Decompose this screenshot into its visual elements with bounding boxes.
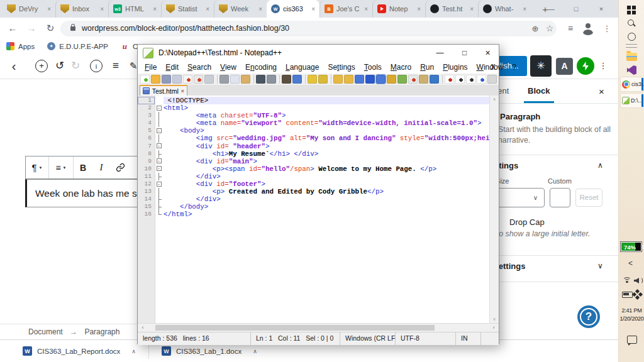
code-text[interactable]: <div id= "header"> [164, 143, 489, 150]
scroll-up-icon[interactable]: ∧ [490, 96, 499, 103]
browser-tab[interactable]: DeVry× [3, 0, 55, 18]
link-button[interactable] [110, 156, 130, 178]
print-icon[interactable] [204, 75, 214, 84]
zoom-page-icon[interactable]: ⊕ [529, 21, 541, 36]
open-file-icon[interactable] [151, 75, 160, 84]
fold-marker[interactable]: - [155, 165, 164, 173]
code-text[interactable]: <div id="main"> [164, 158, 489, 165]
tab-close-icon[interactable]: × [311, 6, 315, 13]
extension-icon[interactable]: ≡ [565, 23, 576, 34]
code-text[interactable]: <meta charset="UTF-8"> [164, 112, 489, 119]
macro-play-icon[interactable] [466, 75, 475, 84]
help-button[interactable]: ? [577, 305, 600, 328]
code-line[interactable]: 12- <div id="footer"> [138, 180, 489, 188]
cut-icon[interactable] [219, 75, 229, 84]
bookmark-item[interactable]: ✦E.D.U.P.E-APP [47, 42, 108, 50]
code-line[interactable]: 4 <meta name="viewport" content="width=d… [138, 119, 489, 127]
macro-run-icon[interactable] [477, 75, 486, 84]
dropbox-icon[interactable] [635, 289, 640, 293]
macro-record-icon[interactable] [445, 75, 454, 84]
browser-tab[interactable]: BJoe's C× [319, 0, 372, 18]
jetpack-button[interactable] [577, 57, 594, 75]
zoom-in-icon[interactable] [308, 75, 317, 84]
fold-marker[interactable]: - [155, 104, 164, 112]
copy-icon[interactable] [230, 75, 240, 84]
tab-close-icon[interactable]: × [181, 88, 184, 94]
sync-scroll-h-icon[interactable] [344, 75, 353, 84]
task-view-icon[interactable] [626, 44, 637, 48]
settings-gear-button[interactable]: ✳ [530, 55, 552, 77]
menu-macro[interactable]: Macro [386, 63, 416, 72]
file-explorer-icon[interactable] [626, 53, 637, 61]
indent-guide-icon[interactable] [355, 75, 364, 84]
browser-menu-icon[interactable]: ⋮ [602, 22, 611, 36]
search-icon[interactable] [628, 19, 636, 28]
fold-marker[interactable]: - [155, 180, 164, 188]
breadcrumb-current[interactable]: Paragraph [84, 327, 119, 336]
download-item[interactable]: WCIS363_Lab_Report.docx∧ [10, 346, 148, 356]
address-bar[interactable]: wordpress.com/block-editor/post/hatthete… [60, 21, 557, 36]
code-text[interactable]: </div> [164, 195, 489, 203]
code-text[interactable]: <html> [164, 104, 489, 112]
chevron-up-icon[interactable]: ∧ [597, 161, 603, 170]
volume-icon[interactable] [634, 277, 643, 284]
show-all-chars-icon[interactable] [365, 75, 375, 84]
chevron-up-icon[interactable]: ∧ [253, 348, 257, 354]
tray-expand-icon[interactable]: < [628, 259, 633, 268]
code-area[interactable]: 1 <!DOCTYPE>2-<html>3 <meta charset="UTF… [138, 97, 489, 219]
scroll-down-icon[interactable]: ∨ [490, 315, 499, 323]
code-text[interactable]: </div> [164, 173, 489, 180]
tab-close-icon[interactable]: × [417, 6, 421, 13]
fold-box-icon[interactable]: - [157, 166, 162, 171]
align-button[interactable]: ≡ ▼ [49, 156, 73, 178]
code-text[interactable]: <img src="wedding.jpg" alt="My son and I… [164, 134, 489, 142]
word-wrap-icon[interactable] [376, 75, 386, 84]
folder-as-workspace-icon[interactable] [419, 75, 428, 84]
code-line[interactable]: 9- <div id="main"> [138, 158, 489, 165]
code-text[interactable]: <h1>My Resume`</h1> </div> [164, 150, 489, 158]
taskbar-notepad-button[interactable]: D:\... [620, 93, 643, 108]
menu-search[interactable]: Search [183, 63, 216, 72]
code-text[interactable]: <body> [164, 127, 489, 134]
browser-tab[interactable]: Statist× [161, 0, 214, 18]
code-text[interactable]: </body> [164, 203, 489, 211]
undo-icon[interactable] [256, 75, 265, 84]
function-list-icon[interactable] [408, 75, 418, 84]
bold-button[interactable]: B [74, 156, 92, 178]
replace-icon[interactable] [292, 75, 302, 84]
menu-language[interactable]: Language [281, 63, 323, 72]
document-tab[interactable]: Test.html × [140, 85, 187, 96]
menu-tools[interactable]: Tools [360, 63, 386, 72]
code-text[interactable]: <p> Created and Edited by Cody Gribble</… [164, 188, 489, 195]
bookmark-item[interactable]: Apps [6, 42, 35, 50]
menu-help[interactable]: ? [508, 63, 521, 72]
tab-close-icon[interactable]: × [364, 6, 368, 13]
italic-button[interactable]: I [92, 156, 110, 178]
code-line[interactable]: 1 <!DOCTYPE> [138, 97, 489, 104]
breadcrumb-root[interactable]: Document [28, 327, 63, 336]
browser-tab[interactable]: Inbox× [55, 0, 108, 18]
reset-button[interactable]: Reset [575, 189, 602, 207]
cortana-icon[interactable] [628, 33, 636, 41]
back-button[interactable]: ← [5, 21, 20, 36]
save-file-icon[interactable] [162, 75, 171, 84]
fold-marker[interactable]: - [155, 158, 164, 165]
show-symbol-icon[interactable] [387, 75, 396, 84]
browser-tab[interactable]: w3HTML× [108, 0, 161, 18]
npp-maximize-button[interactable]: □ [452, 45, 477, 61]
window-close-button[interactable]: × [589, 0, 614, 18]
wp-back-button[interactable]: ‹ [6, 58, 21, 74]
code-line[interactable]: 11 </div> [138, 173, 489, 180]
redo-icon[interactable] [267, 75, 276, 84]
code-line[interactable]: 2-<html> [138, 104, 489, 112]
tab-block[interactable]: Block [528, 86, 550, 96]
visual-studio-icon[interactable] [627, 65, 636, 75]
fold-box-icon[interactable]: - [157, 182, 162, 187]
taskbar-chrome-button[interactable]: cis3... [620, 77, 643, 92]
browser-tab[interactable]: Test.ht× [425, 0, 478, 18]
code-text[interactable]: <p><span id="hello"/span> Welcome to my … [164, 165, 489, 173]
code-line[interactable]: 5- <body> [138, 127, 489, 134]
menu-settings[interactable]: Settings [323, 63, 359, 72]
fold-marker[interactable]: - [155, 127, 164, 134]
browser-tab[interactable]: Week× [214, 0, 267, 18]
